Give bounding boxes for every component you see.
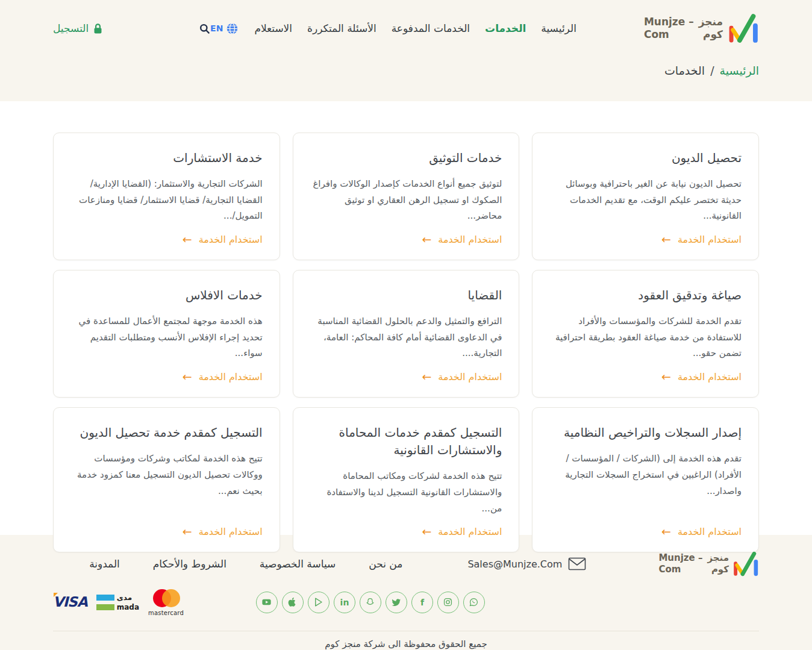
logo-english-name: Munjze –Com (658, 552, 702, 575)
use-service-label: استخدام الخدمة (199, 234, 263, 245)
card-description: تتيح هذه الخدمة لشركات ومكاتب المحاماة و… (310, 468, 502, 516)
service-card-contract-drafting: صياغة وتدقيق العقود تقدم الخدمة للشركات … (532, 270, 759, 398)
logo-m-mark-icon (728, 13, 759, 44)
left-arrow-icon: ← (183, 526, 192, 537)
left-arrow-icon: ← (661, 526, 671, 537)
footer-email-text: Sales@Munjze.Com (467, 558, 562, 570)
copyright-bar: جميع الحقوق محفوظة الى شركة منجز كوم (53, 631, 759, 650)
card-description: الترافع والتمثيل والدعم بالحلول القضائية… (310, 313, 502, 361)
use-service-link[interactable]: استخدام الخدمة ← (70, 234, 263, 245)
facebook-icon[interactable]: f (411, 592, 433, 613)
footer-nav: من نحن سياسة الخصوصية الشروط والأحكام ال… (89, 558, 402, 570)
footer-link-blog[interactable]: المدونة (89, 558, 120, 570)
use-service-label: استخدام الخدمة (438, 526, 502, 537)
use-service-link[interactable]: استخدام الخدمة ← (549, 371, 742, 383)
card-title: خدمات الافلاس (70, 287, 263, 304)
service-card-law-provider-registration: التسجيل كمقدم خدمات المحاماة والاستشارات… (293, 407, 520, 552)
payment-methods: VISA مدى mada mastercard (53, 588, 184, 616)
social-links: in f (256, 592, 485, 613)
nav-item-home[interactable]: الرئيسية (541, 22, 576, 34)
card-description: تتيح هذه الخدمة لمكاتب وشركات ومؤسسات وو… (70, 451, 263, 499)
language-switcher[interactable]: EN (210, 22, 239, 35)
footer-link-terms[interactable]: الشروط والأحكام (153, 558, 226, 570)
use-service-label: استخدام الخدمة (678, 371, 742, 383)
google-play-icon[interactable] (308, 592, 329, 613)
use-service-label: استخدام الخدمة (199, 371, 263, 383)
instagram-icon[interactable] (437, 592, 459, 613)
linkedin-icon[interactable]: in (334, 592, 355, 613)
envelope-icon (568, 557, 586, 570)
snapchat-icon[interactable] (360, 592, 381, 613)
nav-item-faq[interactable]: الأسئلة المتكررة (307, 22, 376, 34)
breadcrumb-current: الخدمات (664, 64, 705, 77)
service-card-debt-provider-registration: التسجيل كمقدم خدمة تحصيل الديون تتيح هذه… (53, 407, 280, 552)
services-main: تحصيل الديون تحصيل الديون نيابة عن الغير… (0, 101, 812, 535)
nav-item-services[interactable]: الخدمات (485, 22, 526, 34)
use-service-label: استخدام الخدمة (438, 234, 502, 245)
service-card-cases: القضايا الترافع والتمثيل والدعم بالحلول … (293, 270, 520, 398)
use-service-label: استخدام الخدمة (678, 234, 742, 245)
logo-arabic-name: منجزكوم (699, 16, 723, 42)
nav-item-paid-services[interactable]: الخدمات المدفوعة (392, 22, 470, 34)
left-arrow-icon: ← (661, 234, 671, 245)
lang-label[interactable]: EN (210, 23, 223, 33)
card-title: تحصيل الديون (549, 149, 742, 167)
footer-logo[interactable]: منجزكوم Munjze –Com (658, 551, 759, 577)
card-title: التسجيل كمقدم خدمة تحصيل الديون (70, 424, 263, 442)
globe-icon (226, 22, 239, 35)
use-service-label: استخدام الخدمة (678, 526, 742, 537)
use-service-link[interactable]: استخدام الخدمة ← (310, 234, 502, 245)
service-card-debt-collection: تحصيل الديون تحصيل الديون نيابة عن الغير… (532, 133, 759, 260)
twitter-icon[interactable] (386, 592, 407, 613)
search-icon (199, 23, 210, 34)
use-service-label: استخدام الخدمة (199, 526, 263, 537)
whatsapp-icon[interactable] (463, 592, 485, 613)
card-title: القضايا (310, 287, 502, 304)
site-logo[interactable]: منجزكوم Munjze –Com (644, 13, 759, 44)
use-service-link[interactable]: استخدام الخدمة ← (310, 371, 502, 383)
mastercard-logo: mastercard (148, 588, 184, 616)
card-description: تحصيل الديون نيابة عن الغير باحترافية وب… (549, 176, 742, 224)
left-arrow-icon: ← (183, 371, 192, 383)
footer-top-row: منجزكوم Munjze –Com Sales@Munjze.Com من … (53, 551, 759, 577)
mada-logo: مدى mada (96, 593, 139, 611)
service-card-consultations: خدمة الاستشارات الشركات التجارية والاستث… (53, 133, 280, 260)
youtube-icon[interactable] (256, 592, 278, 613)
footer-bottom-row: VISA مدى mada mastercard (53, 588, 759, 616)
card-title: التسجيل كمقدم خدمات المحاماة والاستشارات… (310, 424, 502, 459)
search-button[interactable] (199, 23, 210, 34)
breadcrumb-separator: / (710, 64, 714, 77)
nav-item-inquiry[interactable]: الاستعلام (254, 22, 292, 34)
use-service-link[interactable]: استخدام الخدمة ← (310, 526, 502, 537)
use-service-link[interactable]: استخدام الخدمة ← (549, 526, 742, 537)
footer-logo-text: منجزكوم Munjze –Com (658, 552, 729, 575)
card-description: هذه الخدمة موجهة لمجتمع الأعمال للمساعدة… (70, 313, 263, 361)
service-card-notarization: خدمات التوثيق لتوثيق جميع أنواع الخدمات … (293, 133, 520, 260)
left-arrow-icon: ← (422, 234, 431, 245)
apple-icon[interactable] (282, 592, 304, 613)
card-title: خدمة الاستشارات (70, 149, 263, 167)
use-service-link[interactable]: استخدام الخدمة ← (549, 234, 742, 245)
left-arrow-icon: ← (422, 526, 431, 537)
breadcrumb-home-link[interactable]: الرئيسية (720, 64, 759, 77)
card-description: الشركات التجارية والاستثمار: (القضايا ال… (70, 176, 263, 224)
services-grid: تحصيل الديون تحصيل الديون نيابة عن الغير… (53, 133, 759, 552)
footer-link-privacy[interactable]: سياسة الخصوصية (260, 558, 336, 570)
use-service-link[interactable]: استخدام الخدمة ← (70, 526, 263, 537)
card-description: تقدم هذه الخدمة إلى (الشركات / المؤسسات … (549, 451, 742, 499)
visa-logo: VISA (53, 595, 87, 609)
breadcrumb: الرئيسية / الخدمات (53, 64, 759, 77)
card-description: تقدم الخدمة للشركات والمؤسسات والأفراد ل… (549, 313, 742, 361)
left-arrow-icon: ← (661, 371, 671, 383)
service-card-licenses: إصدار السجلات والتراخيص النظامية تقدم هذ… (532, 407, 759, 552)
footer-link-about[interactable]: من نحن (369, 558, 402, 570)
card-description: لتوثيق جميع أنواع الخدمات كإصدار الوكالا… (310, 176, 502, 224)
footer-email[interactable]: Sales@Munjze.Com (467, 557, 586, 570)
use-service-link[interactable]: استخدام الخدمة ← (70, 371, 263, 383)
logo-english-name: Munjze –Com (644, 16, 694, 42)
use-service-label: استخدام الخدمة (438, 371, 502, 383)
card-title: صياغة وتدقيق العقود (549, 287, 742, 304)
logo-text: منجزكوم Munjze –Com (644, 16, 723, 42)
register-button[interactable]: التسجيل (53, 22, 103, 34)
lock-icon (93, 23, 103, 34)
